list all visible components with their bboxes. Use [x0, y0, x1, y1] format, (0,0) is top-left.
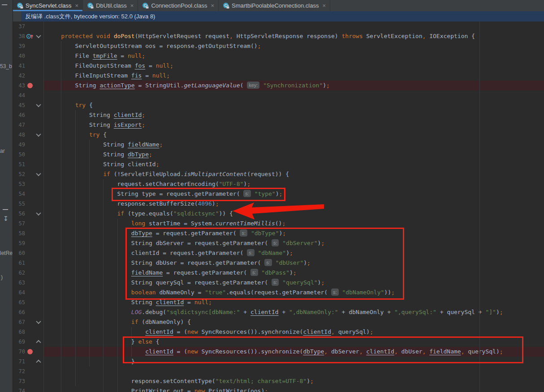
gutter[interactable]: 66 [13, 307, 43, 317]
fold-expand-icon[interactable] [37, 34, 40, 38]
gutter[interactable]: 71 [13, 357, 43, 366]
code-text-area[interactable]: ServletOutputStream oos = response.getOu… [43, 41, 544, 51]
gutter[interactable]: 49 [13, 140, 43, 150]
gutter[interactable]: 47 [13, 120, 43, 130]
code-text-area[interactable]: String dbType; [43, 150, 544, 159]
code-text-area[interactable]: clientId = request.getParameter( s: "dbN… [43, 248, 544, 258]
code-text-area[interactable]: String querySql = request.getParameter( … [43, 278, 544, 288]
gutter[interactable]: 42 [13, 71, 43, 81]
gutter[interactable]: 53 [13, 179, 43, 189]
tab-close-icon[interactable]: × [322, 3, 326, 9]
fold-collapse-icon[interactable] [37, 360, 40, 363]
fold-expand-icon[interactable] [37, 320, 40, 324]
gutter[interactable]: 68 [13, 327, 43, 337]
gutter[interactable]: 62 [13, 268, 43, 278]
code-text-area[interactable]: protected void doPost(HttpServletRequest… [43, 31, 544, 41]
code-text-area[interactable]: String clientId = null; [43, 297, 544, 307]
fold-marker-slot[interactable] [35, 360, 43, 363]
gutter[interactable]: 55 [13, 199, 43, 209]
tab-close-icon[interactable]: × [211, 3, 214, 9]
fold-expand-icon[interactable] [37, 133, 40, 137]
breakpoint-icon[interactable] [27, 349, 33, 354]
gutter[interactable]: 74 [13, 386, 43, 392]
code-text-area[interactable]: File tmpFile = null; [43, 51, 544, 61]
code-text-area[interactable]: try { [43, 130, 544, 140]
code-text-area[interactable]: if (type.equals("sqldictsync")) { [43, 209, 544, 219]
gutter[interactable]: 50 [13, 150, 43, 159]
breakpoint-icon[interactable] [27, 83, 33, 88]
code-text-area[interactable]: } else { [43, 337, 544, 347]
code-text-area[interactable]: long startTime = System.currentTimeMilli… [43, 219, 544, 228]
gutter[interactable]: 41 [13, 61, 43, 71]
code-text-area[interactable]: if (dbNameOnly) { [43, 317, 544, 327]
fold-marker-slot[interactable] [35, 34, 43, 38]
code-text-area[interactable]: response.setBufferSize(4096); [43, 199, 544, 209]
code-text-area[interactable]: LOG.debug("sqldictsync[dbName:" + client… [43, 307, 544, 317]
gutter[interactable]: 63 [13, 278, 43, 288]
gutter[interactable]: 48 [13, 130, 43, 140]
gutter[interactable]: 61 [13, 258, 43, 268]
code-text-area[interactable]: String type = request.getParameter( s: "… [43, 189, 544, 199]
tab-connectionpool-class[interactable]: CConnectionPool.class× [138, 0, 219, 11]
breakpoint[interactable] [25, 83, 35, 88]
code-text-area[interactable]: String dbServer = request.getParameter( … [43, 238, 544, 248]
fold-marker-slot[interactable] [35, 103, 43, 107]
gutter[interactable]: 58 [13, 228, 43, 238]
code-text-area[interactable]: dbType = request.getParameter( s: "dbTyp… [43, 228, 544, 238]
fold-marker-slot[interactable] [35, 172, 43, 176]
gutter[interactable]: 59 [13, 238, 43, 248]
code-text-area[interactable]: String clientId; [43, 159, 544, 169]
gutter[interactable]: 65 [13, 297, 43, 307]
gutter[interactable]: 51 [13, 159, 43, 169]
code-text-area[interactable]: String isExport; [43, 120, 544, 130]
code-text-area[interactable] [43, 22, 544, 31]
fold-marker-slot[interactable] [35, 212, 43, 215]
fold-marker-slot[interactable] [35, 320, 43, 324]
fold-expand-icon[interactable] [37, 103, 40, 107]
fold-marker-slot[interactable] [35, 133, 43, 137]
code-editor[interactable]: 3738 protected void doPost(HttpServletRe… [13, 22, 544, 392]
code-text-area[interactable]: request.setCharacterEncoding("UTF-8"); [43, 179, 544, 189]
fold-marker-slot[interactable] [35, 340, 43, 344]
code-text-area[interactable]: fieldName = request.getParameter( s: "db… [43, 268, 544, 278]
fold-collapse-icon[interactable] [37, 340, 40, 344]
tab-close-icon[interactable]: × [75, 3, 79, 9]
code-text-area[interactable] [43, 366, 544, 376]
gutter[interactable]: 67 [13, 317, 43, 327]
code-text-area[interactable]: FileInputStream fis = null; [43, 71, 544, 81]
gutter[interactable]: 57 [13, 219, 43, 228]
tab-smartbipoolableconnection-class[interactable]: CSmartbiPoolableConnection.class× [219, 0, 330, 11]
code-text-area[interactable]: FileOutputStream fos = null; [43, 61, 544, 71]
code-text-area[interactable]: } [43, 357, 544, 366]
gutter[interactable]: 40 [13, 51, 43, 61]
gutter[interactable]: 64 [13, 288, 43, 297]
breakpoint[interactable] [25, 349, 35, 354]
code-text-area[interactable]: response.setContentType("text/html; char… [43, 376, 544, 386]
code-text-area[interactable]: String fieldName; [43, 140, 544, 150]
gutter[interactable]: 44 [13, 90, 43, 100]
gutter[interactable]: 69 [13, 337, 43, 347]
code-text-area[interactable]: clientId = (new SyncResources()).synchro… [43, 327, 544, 337]
code-text-area[interactable]: boolean dbNameOnly = "true".equals(reque… [43, 288, 544, 297]
code-text-area[interactable]: PrintWriter out = new PrintWriter(oos); [43, 386, 544, 392]
code-text-area[interactable]: String dbUser = request.getParameter( s:… [43, 258, 544, 268]
gutter[interactable]: 37 [13, 22, 43, 31]
tab-dbutil-class[interactable]: CDbUtil.class× [83, 0, 138, 11]
gutter[interactable]: 56 [13, 209, 43, 219]
tab-close-icon[interactable]: × [130, 3, 134, 9]
tab-syncservlet-class[interactable]: CSyncServlet.class× [13, 0, 83, 11]
gutter[interactable]: 73 [13, 376, 43, 386]
override-method-icon[interactable] [26, 33, 34, 39]
code-text-area[interactable]: try { [43, 100, 544, 110]
override-marker[interactable] [25, 33, 35, 39]
gutter[interactable]: 43 [13, 81, 43, 90]
code-text-area[interactable]: if (!ServletFileUpload.isMultipartConten… [43, 169, 544, 179]
code-text-area[interactable] [43, 90, 544, 100]
gutter[interactable]: 38 [13, 31, 43, 41]
gutter[interactable]: 39 [13, 41, 43, 51]
gutter[interactable]: 45 [13, 100, 43, 110]
fold-expand-icon[interactable] [37, 172, 40, 176]
code-text-area[interactable]: clientId = (new SyncResources()).synchro… [43, 347, 544, 357]
gutter[interactable]: 72 [13, 366, 43, 376]
gutter[interactable]: 54 [13, 189, 43, 199]
